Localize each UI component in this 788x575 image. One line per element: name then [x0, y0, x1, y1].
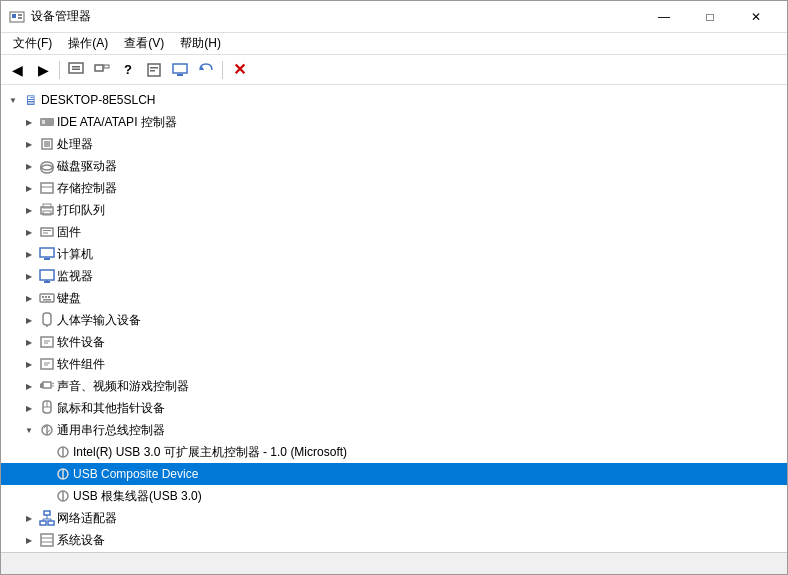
menu-bar: 文件(F) 操作(A) 查看(V) 帮助(H) — [1, 33, 787, 55]
software-label: 软件设备 — [57, 334, 105, 351]
svg-rect-5 — [72, 66, 80, 68]
printer-icon — [39, 202, 55, 218]
list-item[interactable]: Intel(R) USB 3.0 可扩展主机控制器 - 1.0 (Microso… — [1, 441, 787, 463]
list-item[interactable]: 存储控制器 — [1, 177, 787, 199]
pc-icon — [39, 246, 55, 262]
audio-icon — [39, 378, 55, 394]
svg-rect-7 — [95, 65, 103, 71]
list-item[interactable]: 打印队列 — [1, 199, 787, 221]
menu-view[interactable]: 查看(V) — [116, 33, 172, 54]
system-icon — [39, 532, 55, 548]
list-item[interactable]: 键盘 — [1, 287, 787, 309]
hid-label: 人体学输入设备 — [57, 312, 141, 329]
window-controls: — □ ✕ — [641, 1, 779, 33]
device-tree[interactable]: 🖥 DESKTOP-8E5SLCH IDE ATA/ATAPI 控制器 处理器 — [1, 85, 787, 552]
expand-firmware[interactable] — [21, 224, 37, 240]
expand-ide[interactable] — [21, 114, 37, 130]
list-item[interactable]: 系统设备 — [1, 529, 787, 551]
svg-rect-36 — [42, 296, 44, 298]
mouse-icon — [39, 400, 55, 416]
expand-disk[interactable] — [21, 158, 37, 174]
svg-line-50 — [52, 383, 54, 384]
content-area: 🖥 DESKTOP-8E5SLCH IDE ATA/ATAPI 控制器 处理器 — [1, 85, 787, 552]
expand-monitor[interactable] — [21, 268, 37, 284]
list-item[interactable]: 软件组件 — [1, 353, 787, 375]
expand-pc[interactable] — [21, 246, 37, 262]
list-item[interactable]: 网络适配器 — [1, 507, 787, 529]
properties-button[interactable] — [142, 58, 166, 82]
svg-rect-31 — [44, 258, 50, 260]
network-label: 网络适配器 — [57, 510, 117, 527]
svg-rect-30 — [40, 248, 54, 257]
expand-printer[interactable] — [21, 202, 37, 218]
expand-storage[interactable] — [21, 180, 37, 196]
list-item[interactable]: 监视器 — [1, 265, 787, 287]
menu-action[interactable]: 操作(A) — [60, 33, 116, 54]
forward-button[interactable]: ▶ — [31, 58, 55, 82]
svg-rect-8 — [104, 65, 109, 68]
expand-keyboard[interactable] — [21, 290, 37, 306]
usb-device-icon-3 — [55, 488, 71, 504]
usb-label: 通用串行总线控制器 — [57, 422, 165, 439]
svg-rect-4 — [69, 63, 83, 73]
menu-help[interactable]: 帮助(H) — [172, 33, 229, 54]
expand-system[interactable] — [21, 532, 37, 548]
expand-software[interactable] — [21, 334, 37, 350]
firmware-icon — [39, 224, 55, 240]
list-item[interactable]: 磁盘驱动器 — [1, 155, 787, 177]
software-icon — [39, 334, 55, 350]
close-button[interactable]: ✕ — [733, 1, 779, 33]
svg-rect-40 — [43, 313, 51, 325]
list-item[interactable]: IDE ATA/ATAPI 控制器 — [1, 111, 787, 133]
help-button[interactable]: ? — [116, 58, 140, 82]
softcomp-label: 软件组件 — [57, 356, 105, 373]
tree-root[interactable]: 🖥 DESKTOP-8E5SLCH — [1, 89, 787, 111]
printer-label: 打印队列 — [57, 202, 105, 219]
keyboard-label: 键盘 — [57, 290, 81, 307]
expand-mouse[interactable] — [21, 400, 37, 416]
maximize-button[interactable]: □ — [687, 1, 733, 33]
usb-composite-item[interactable]: USB Composite Device — [1, 463, 787, 485]
list-item[interactable]: 软件设备 — [1, 331, 787, 353]
list-item[interactable]: 鼠标和其他指针设备 — [1, 397, 787, 419]
expand-hid[interactable] — [21, 312, 37, 328]
storage-label: 存储控制器 — [57, 180, 117, 197]
list-item[interactable]: USB 根集线器(USB 3.0) — [1, 485, 787, 507]
cpu-label: 处理器 — [57, 136, 93, 153]
minimize-button[interactable]: — — [641, 1, 687, 33]
pc-label: 计算机 — [57, 246, 93, 263]
keyboard-icon — [39, 290, 55, 306]
usb-device-icon-1 — [55, 444, 71, 460]
scan-button[interactable] — [194, 58, 218, 82]
list-item[interactable]: 计算机 — [1, 243, 787, 265]
toolbar: ◀ ▶ ? ✕ — [1, 55, 787, 85]
expand-cpu[interactable] — [21, 136, 37, 152]
svg-rect-67 — [48, 521, 54, 525]
remove-button[interactable]: ✕ — [227, 58, 251, 82]
toolbar-btn-1[interactable] — [64, 58, 88, 82]
back-button[interactable]: ◀ — [5, 58, 29, 82]
expand-softcomp[interactable] — [21, 356, 37, 372]
expand-usb[interactable] — [21, 422, 37, 438]
list-item[interactable]: 处理器 — [1, 133, 787, 155]
list-item[interactable]: 声音、视频和游戏控制器 — [1, 375, 787, 397]
list-item[interactable]: 固件 — [1, 221, 787, 243]
menu-file[interactable]: 文件(F) — [5, 33, 60, 54]
disk-icon — [39, 158, 55, 174]
expand-network[interactable] — [21, 510, 37, 526]
display-button[interactable] — [168, 58, 192, 82]
expand-audio[interactable] — [21, 378, 37, 394]
device-manager-window: 设备管理器 — □ ✕ 文件(F) 操作(A) 查看(V) 帮助(H) ◀ ▶ … — [0, 0, 788, 575]
usb-child-1-label: Intel(R) USB 3.0 可扩展主机控制器 - 1.0 (Microso… — [73, 444, 347, 461]
ide-icon — [39, 114, 55, 130]
svg-rect-27 — [41, 228, 53, 236]
usb-controller-item[interactable]: 通用串行总线控制器 — [1, 419, 787, 441]
toolbar-btn-2[interactable] — [90, 58, 114, 82]
status-bar — [1, 552, 787, 574]
svg-rect-12 — [173, 64, 187, 73]
root-label: DESKTOP-8E5SLCH — [41, 93, 156, 107]
hid-icon — [39, 312, 55, 328]
list-item[interactable]: 人体学输入设备 — [1, 309, 787, 331]
svg-rect-13 — [177, 74, 183, 76]
root-expander[interactable] — [5, 92, 21, 108]
